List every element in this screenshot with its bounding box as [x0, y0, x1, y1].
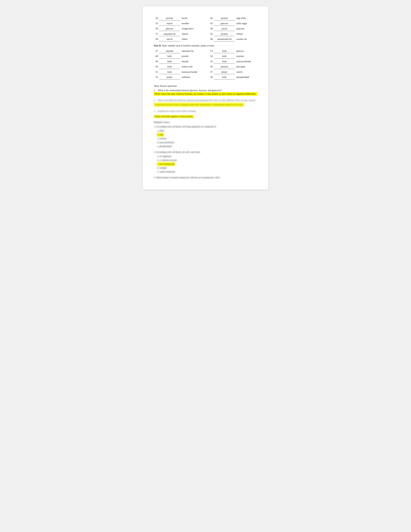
fill-row: 36. glucose orange juice [154, 27, 202, 31]
fill-label: egg white [236, 16, 246, 20]
fill-num: 46. [209, 37, 213, 41]
fill-label: wheat [182, 37, 187, 41]
fill-section-partd: 47. animals saturated fat 48. both prote… [154, 49, 257, 79]
fill-row: 58. both phospholipid [209, 75, 257, 79]
fill-col-right-top: 42. protein egg white 43. glucose table … [209, 16, 257, 41]
fill-num: 53. [209, 49, 213, 53]
fill-num: 50. [154, 65, 159, 69]
fill-num: 42. [209, 16, 213, 20]
fill-label: saturated fat [182, 49, 194, 53]
fill-label: orange juice [182, 27, 194, 31]
q1-num: 1. [154, 89, 157, 92]
fill-answer: protein [214, 16, 235, 20]
fill-label: amino acid [182, 65, 192, 69]
fill-label: table sugar [236, 21, 247, 26]
fill-num: 54. [209, 54, 213, 58]
mc2-a: a. air organisms [157, 154, 257, 158]
fill-num: 44. [209, 27, 213, 31]
fill-num: 51. [154, 70, 159, 74]
mc2-b: b. a common ancestor [157, 158, 257, 162]
fill-row: 35. starch noodles [154, 21, 202, 26]
fill-row: 34. protein bacon [154, 16, 202, 20]
fill-num: 55. [209, 59, 213, 64]
fill-label: polysaccharide [236, 59, 251, 64]
fill-row: 38. starch wheat [154, 37, 202, 41]
q3-text: Explain how amino acids relate to protei… [158, 109, 196, 113]
q1-text: What is the relationship between glucose… [158, 89, 222, 92]
fill-num: 37. [154, 32, 159, 36]
fill-label: phospholipid [236, 75, 249, 79]
fill-answer: starch [159, 21, 180, 26]
fill-label: enzyme [236, 54, 244, 58]
fill-row: 54. both enzyme [209, 54, 257, 58]
fill-label: protein [182, 54, 188, 58]
fill-label: glucose [236, 49, 244, 53]
q2-answer: Unsaturated fats have fewer hydrogen ato… [154, 103, 244, 107]
fill-row: 49. both steroid [154, 59, 202, 64]
fill-row: 52. plants cellulose [154, 75, 202, 79]
page: 34. protein bacon 35. starch noodles 36.… [143, 6, 268, 190]
short-answer-header: Short Answer questions [154, 85, 257, 87]
fill-row: 48. both protein [154, 54, 202, 58]
fill-label: bacon [182, 16, 187, 20]
q3-block: 3. Explain how amino acids relate to pro… [154, 109, 257, 118]
mc2-d: d. sunlight [157, 166, 257, 170]
fill-label: sesame oil [236, 37, 247, 41]
fill-label: noodles [182, 21, 189, 26]
fill-row: 57. plants starch [209, 70, 257, 74]
mc1-c: c. proteins [157, 137, 257, 141]
q1-answer-highlight: These 3 have the same chemical formula; … [154, 92, 257, 96]
q2-text: What is the difference between saturated… [158, 99, 256, 102]
fill-answer: animals [214, 65, 235, 69]
part-d-text: State whether each is found in animals, … [161, 44, 215, 47]
fill-answer: protein [214, 32, 235, 36]
fill-col-left-top: 34. protein bacon 35. starch noodles 36.… [154, 16, 202, 41]
fill-answer: both [214, 59, 235, 64]
fill-col-right-partd: 53. both glucose 54. both enzyme 55. bot… [209, 49, 257, 79]
fill-answer: starch [214, 27, 235, 31]
mc2-c: c. pre-existing cells [157, 162, 257, 166]
mc1-b: b. cells [157, 133, 257, 137]
fill-label: steroid [182, 59, 188, 64]
fill-label: cellulose [182, 75, 190, 79]
fill-num: 49. [154, 59, 159, 64]
mc-q3: 3. Which feature is found in eukaryotic … [154, 176, 257, 179]
mc1-d: d. macromolecules [157, 141, 257, 144]
fill-answer: plants [214, 70, 235, 74]
fill-answer: both [159, 54, 180, 58]
part-d-header: Part D. State whether each is found in a… [154, 44, 257, 47]
fill-row: 56. animals glycogen [209, 65, 257, 69]
q3-answer: Amino acids link together to form protei… [154, 115, 194, 118]
fill-answer: glucose [159, 27, 180, 31]
fill-num: 34. [154, 16, 159, 20]
fill-row: 50. both amino acid [154, 65, 202, 69]
fill-row: 42. protein egg white [209, 16, 257, 20]
fill-row: 37. saturated fat cheese [154, 32, 202, 36]
fill-row: 47. animals saturated fat [154, 49, 202, 53]
fill-answer: glucose [214, 21, 235, 26]
fill-row: 55. both polysaccharide [209, 59, 257, 64]
fill-num: 38. [154, 37, 159, 41]
fill-row: 43. glucose table sugar [209, 21, 257, 26]
fill-num: 47. [154, 49, 159, 53]
fill-row: 46. unsaturated fat sesame oil [209, 37, 257, 41]
fill-num: 36. [154, 27, 159, 31]
fill-row: 53. both glucose [209, 49, 257, 53]
fill-row: 44. starch popcorn [209, 27, 257, 31]
mc1-e: e. phospholipids [157, 144, 257, 148]
fill-answer: both [159, 70, 180, 74]
mc-q2-options: a. air organisms b. a common ancestor c.… [157, 154, 257, 174]
fill-num: 56. [209, 65, 213, 69]
q1-block: 1. What is the relationship between gluc… [154, 89, 257, 96]
fill-label: glycogen [236, 65, 245, 69]
fill-answer: plants [159, 75, 180, 79]
fill-answer: protein [159, 16, 180, 20]
fill-label: monosaccharide [182, 70, 197, 74]
fill-answer: both [214, 49, 235, 53]
fill-answer: starch [159, 37, 180, 41]
mc-q1-options: a. DNA b. cells c. proteins d. macromole… [157, 129, 257, 148]
fill-answer: both [214, 75, 235, 79]
fill-num: 43. [209, 21, 213, 26]
q1-inner: 1. What is the relationship between gluc… [154, 89, 257, 92]
mc2-e: e. carbon molecules [157, 170, 257, 174]
